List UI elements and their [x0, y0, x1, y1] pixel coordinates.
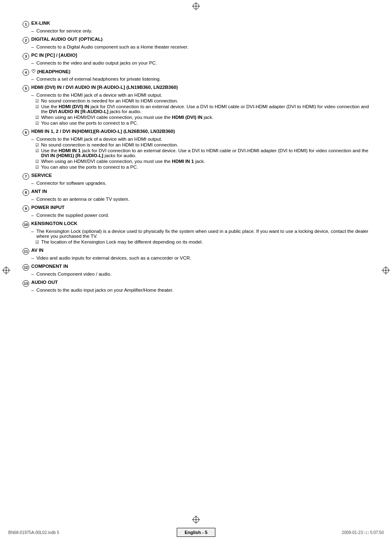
note-text: No sound connection is needed for an HDM… [41, 98, 178, 103]
item-title: PC IN [PC] / [AUDIO] [31, 53, 77, 58]
desc-text: Connects to the HDMI jack of a device wi… [36, 93, 162, 98]
desc-text: Connector for service only. [36, 28, 92, 33]
item-title: HDMI IN 1, 2 / DVI IN(HDMI1)[R-AUDIO-L] … [31, 129, 175, 134]
dash-icon: – [31, 28, 34, 33]
item-header: 1EX-LINK [23, 21, 369, 28]
item-title: ANT IN [31, 189, 47, 194]
item-desc: –Video and audio inputs for external dev… [31, 255, 369, 260]
note-icon: ☑ [35, 240, 39, 244]
note-icon: ☑ [35, 159, 39, 164]
item-desc: –Connects the supplied power cord. [31, 213, 369, 218]
item-title: AUDIO OUT [31, 280, 58, 285]
note-icon: ☑ [35, 165, 39, 169]
item-content: –Connects a set of external headphones f… [31, 77, 369, 81]
item-title: KENSINGTON LOCK [31, 221, 77, 226]
desc-text: Connects a set of external headphones fo… [36, 77, 161, 81]
desc-text: Video and audio inputs for external devi… [36, 255, 191, 260]
item-content: –Connects to the HDMI jack of a device w… [31, 93, 369, 125]
item-title: COMPONENT IN [31, 264, 68, 269]
item-block: 11AV IN–Video and audio inputs for exter… [23, 248, 369, 260]
item-block: 9POWER INPUT–Connects the supplied power… [23, 205, 369, 218]
note-item: ☑No sound connection is needed for an HD… [35, 142, 369, 147]
note-item: ☑The location of the Kensington Lock may… [35, 239, 369, 244]
right-side-mark [382, 266, 390, 275]
item-title: DIGITAL AUDIO OUT (OPTICAL) [31, 37, 103, 42]
item-desc: –Connects to the video and audio output … [31, 60, 369, 65]
item-header: 4♡ (HEADPHONE) [23, 69, 369, 76]
note-item: ☑When using an HDMI/DVI cable connection… [35, 115, 369, 120]
item-desc: –Connects to an antenna or cable TV syst… [31, 197, 369, 202]
dash-icon: – [31, 288, 34, 293]
note-text: No sound connection is needed for an HDM… [41, 142, 178, 147]
item-number: 12 [23, 264, 29, 271]
desc-text: Connects to the video and audio output j… [36, 60, 157, 65]
note-text: When using an HDMI/DVI cable connection,… [41, 115, 213, 120]
item-number: 5 [23, 85, 29, 92]
item-block: 3PC IN [PC] / [AUDIO]–Connects to the vi… [23, 53, 369, 65]
dash-icon: – [31, 137, 34, 142]
left-side-mark [2, 266, 10, 275]
item-desc: –Connects a set of external headphones f… [31, 77, 369, 81]
item-desc: –The Kensington Lock (optional) is a dev… [31, 229, 369, 239]
desc-text: Connects Component video / audio. [36, 272, 111, 276]
desc-text: Connector for software upgrades. [36, 181, 106, 186]
item-header: 5HDMI (DVI) IN / DVI AUDIO IN [R-AUDIO-L… [23, 85, 369, 92]
dash-icon: – [31, 213, 34, 218]
item-number: 6 [23, 129, 29, 136]
item-desc: –Connects to the HDMI jack of a device w… [31, 137, 369, 142]
item-content: –Connects the supplied power cord. [31, 213, 369, 218]
item-header: 3PC IN [PC] / [AUDIO] [23, 53, 369, 60]
item-title: EX-LINK [31, 21, 50, 26]
item-desc: –Connects to a Digital Audio component s… [31, 44, 369, 49]
desc-text: The Kensington Lock (optional) is a devi… [36, 229, 369, 239]
note-item: ☑You can also use the ports to connect t… [35, 165, 369, 169]
item-content: –Video and audio inputs for external dev… [31, 255, 369, 260]
note-icon: ☑ [35, 143, 39, 147]
bottom-crosshair [192, 515, 200, 525]
note-text: When using an HDMI/DVI cable connection,… [41, 159, 205, 164]
content: 1EX-LINK–Connector for service only.2DIG… [23, 21, 369, 293]
note-text: The location of the Kensington Lock may … [41, 239, 203, 244]
item-title: POWER INPUT [31, 205, 65, 210]
item-content: –Connects to an antenna or cable TV syst… [31, 197, 369, 202]
item-desc: –Connects Component video / audio. [31, 272, 369, 276]
item-number: 1 [23, 21, 29, 28]
desc-text: Connects to an antenna or cable TV syste… [36, 197, 129, 202]
dash-icon: – [31, 93, 34, 98]
top-center-mark [192, 2, 200, 11]
item-block: 5HDMI (DVI) IN / DVI AUDIO IN [R-AUDIO-L… [23, 85, 369, 125]
note-list: ☑No sound connection is needed for an HD… [35, 142, 369, 169]
footer-center-label: English - 5 [177, 530, 215, 535]
item-number: 9 [23, 205, 29, 212]
item-block: 8ANT IN–Connects to an antenna or cable … [23, 189, 369, 202]
item-content: –The Kensington Lock (optional) is a dev… [31, 229, 369, 244]
item-content: –Connects to the HDMI jack of a device w… [31, 137, 369, 169]
item-content: –Connector for software upgrades. [31, 181, 369, 186]
item-content: –Connector for service only. [31, 28, 369, 33]
note-icon: ☑ [35, 121, 39, 125]
item-desc: –Connects to the HDMI jack of a device w… [31, 93, 369, 98]
desc-text: Connects to the audio input jacks on you… [36, 288, 173, 293]
item-title: SERVICE [31, 173, 52, 178]
note-item: ☑When using an HDMI/DVI cable connection… [35, 159, 369, 164]
item-desc: –Connector for service only. [31, 28, 369, 33]
note-item: ☑No sound connection is needed for an HD… [35, 98, 369, 103]
item-desc: –Connects to the audio input jacks on yo… [31, 288, 369, 293]
item-number: 8 [23, 189, 29, 196]
desc-text: Connects to the HDMI jack of a device wi… [36, 137, 162, 142]
note-text: You can also use the ports to connect to… [41, 121, 138, 125]
footer-left: BN68-01975A-00L02.indb 5 [8, 530, 59, 535]
item-desc: –Connector for software upgrades. [31, 181, 369, 186]
dash-icon: – [31, 44, 34, 49]
item-content: –Connects to the video and audio output … [31, 60, 369, 65]
note-icon: ☑ [35, 99, 39, 103]
item-header: 12COMPONENT IN [23, 264, 369, 271]
item-number: 4 [23, 69, 29, 76]
note-text: You can also use the ports to connect to… [41, 165, 138, 169]
item-header: 10KENSINGTON LOCK [23, 221, 369, 228]
dash-icon: – [31, 77, 34, 81]
note-icon: ☑ [35, 115, 39, 120]
item-number: 3 [23, 53, 29, 60]
item-header: 9POWER INPUT [23, 205, 369, 212]
item-block: 1EX-LINK–Connector for service only. [23, 21, 369, 33]
